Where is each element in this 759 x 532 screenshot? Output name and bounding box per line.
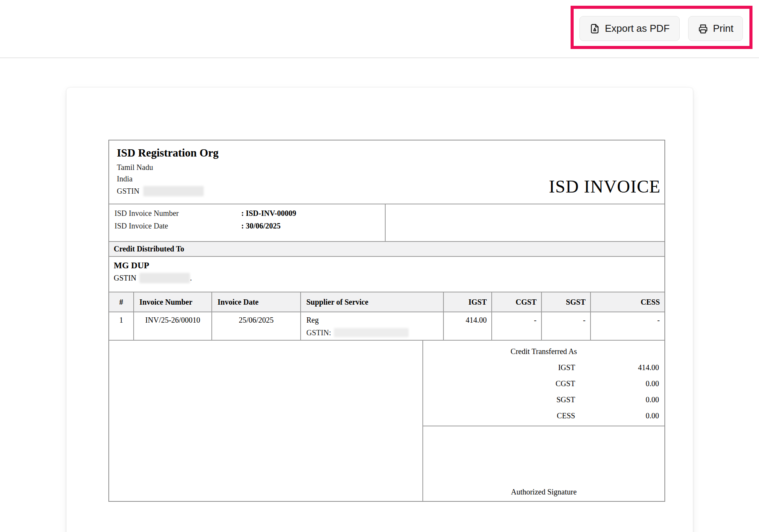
- credit-row-cgst: CGST 0.00: [423, 378, 664, 389]
- credit-cess-label: CESS: [423, 410, 575, 421]
- print-label: Print: [713, 23, 733, 34]
- supplier-gstin-label: GSTIN:: [306, 328, 331, 337]
- header-supplier: Supplier of Service: [300, 292, 443, 312]
- credit-transferred-heading: Credit Transferred As: [423, 346, 664, 357]
- invoice-meta-section: ISD Invoice Number : ISD-INV-00009 ISD I…: [109, 204, 664, 241]
- cell-invoice-date: 25/06/2025: [211, 312, 300, 340]
- cell-invoice-number: INV/25-26/00010: [133, 312, 211, 340]
- invoice-preview-screen: Export as PDF Print ISD Registration Org…: [0, 0, 759, 532]
- org-block: ISD Registration Org Tamil Nadu India GS…: [109, 140, 219, 204]
- invoice-date-row: ISD Invoice Date : 30/06/2025: [115, 222, 385, 230]
- credit-cgst-label: CGST: [423, 378, 575, 389]
- credit-igst-label: IGST: [423, 362, 575, 373]
- items-table-row: 1 INV/25-26/00010 25/06/2025 Reg GSTIN: …: [109, 312, 664, 340]
- header-sno: #: [109, 292, 133, 312]
- cell-sno: 1: [109, 312, 133, 340]
- header-cess: CESS: [590, 292, 664, 312]
- invoice-date-label: ISD Invoice Date: [115, 222, 241, 230]
- invoice-meta-left-cell: ISD Invoice Number : ISD-INV-00009 ISD I…: [109, 204, 386, 241]
- invoice-header-section: ISD Registration Org Tamil Nadu India GS…: [109, 140, 664, 204]
- credit-igst-value: 414.00: [575, 362, 664, 373]
- org-gstin-label: GSTIN: [117, 187, 139, 196]
- invoice-number-row: ISD Invoice Number : ISD-INV-00009: [115, 209, 385, 218]
- cell-supplier: Reg GSTIN:: [300, 312, 443, 340]
- credit-cgst-value: 0.00: [575, 378, 664, 389]
- printer-icon: [698, 23, 708, 34]
- credit-row-cess: CESS 0.00: [423, 410, 664, 421]
- pdf-file-icon: [589, 23, 600, 34]
- recipient-section: MG DUP GSTIN .: [109, 256, 664, 292]
- header-igst: IGST: [443, 292, 491, 312]
- org-gstin-line: GSTIN: [117, 186, 219, 196]
- cell-igst: 414.00: [443, 312, 491, 340]
- org-gstin-redacted: [143, 186, 204, 196]
- cell-cgst: -: [491, 312, 541, 340]
- credit-row-igst: IGST 414.00: [423, 362, 664, 373]
- recipient-gstin-line: GSTIN .: [114, 273, 664, 283]
- export-pdf-button[interactable]: Export as PDF: [579, 16, 680, 41]
- supplier-name: Reg: [306, 316, 319, 325]
- org-state: Tamil Nadu: [117, 163, 219, 172]
- bottom-right-panel: Credit Transferred As IGST 414.00 CGST 0…: [423, 341, 664, 501]
- authorized-signature-label: Authorized Signature: [511, 488, 577, 496]
- org-country: India: [117, 175, 219, 183]
- header-cgst: CGST: [491, 292, 541, 312]
- recipient-name: MG DUP: [114, 261, 664, 271]
- recipient-gstin-redacted: [139, 273, 190, 283]
- header-invoice-number: Invoice Number: [133, 292, 211, 312]
- credit-transferred-panel: Credit Transferred As IGST 414.00 CGST 0…: [423, 341, 664, 426]
- export-pdf-label: Export as PDF: [605, 23, 669, 34]
- items-table-header: # Invoice Number Invoice Date Supplier o…: [109, 292, 664, 312]
- print-button[interactable]: Print: [688, 16, 743, 41]
- invoice-bottom-section: Credit Transferred As IGST 414.00 CGST 0…: [109, 340, 664, 501]
- recipient-gstin-label: GSTIN: [114, 274, 136, 282]
- org-name: ISD Registration Org: [117, 147, 219, 159]
- toolbar-divider: [0, 57, 759, 58]
- invoice-meta-right-cell: [386, 204, 664, 241]
- cell-sgst: -: [541, 312, 590, 340]
- credit-sgst-label: SGST: [423, 394, 575, 405]
- invoice-date-value: : 30/06/2025: [241, 222, 281, 230]
- credit-row-sgst: SGST 0.00: [423, 394, 664, 405]
- credit-cess-value: 0.00: [575, 410, 664, 421]
- supplier-gstin-line: GSTIN:: [306, 328, 409, 337]
- header-sgst: SGST: [541, 292, 590, 312]
- invoice-document: ISD Registration Org Tamil Nadu India GS…: [108, 140, 665, 502]
- invoice-number-label: ISD Invoice Number: [115, 209, 241, 218]
- bottom-empty-cell: [109, 341, 423, 501]
- invoice-title: ISD INVOICE: [549, 176, 664, 204]
- credit-sgst-value: 0.00: [575, 394, 664, 405]
- credit-distributed-heading: Credit Distributed To: [109, 241, 664, 256]
- cell-cess: -: [590, 312, 664, 340]
- invoice-number-value: : ISD-INV-00009: [241, 209, 296, 218]
- header-invoice-date: Invoice Date: [211, 292, 300, 312]
- recipient-gstin-suffix: .: [190, 274, 192, 282]
- signature-panel: Authorized Signature: [423, 426, 664, 501]
- supplier-gstin-redacted: [334, 328, 409, 337]
